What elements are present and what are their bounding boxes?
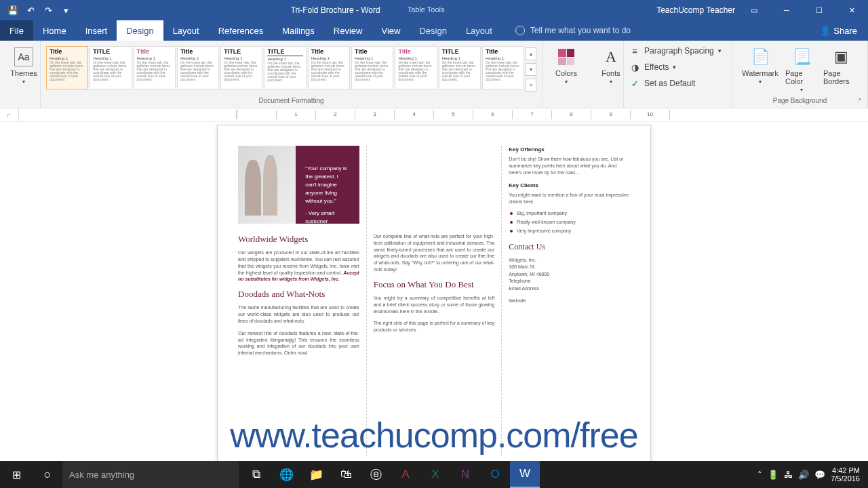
colors-wrap: Colors▾ bbox=[542, 41, 587, 108]
battery-icon[interactable]: 🔋 bbox=[768, 470, 778, 480]
themes-button[interactable]: Aa Themes ▾ bbox=[5, 43, 42, 85]
tab-view[interactable]: View bbox=[372, 20, 410, 41]
body-text: Our widgets are produced in our state-of… bbox=[238, 250, 359, 274]
style-set-item[interactable]: TitleHeading 1On the Insert tab, the gal… bbox=[308, 46, 350, 89]
close-button[interactable]: ✕ bbox=[838, 0, 865, 20]
volume-icon[interactable]: 🔊 bbox=[798, 470, 809, 480]
body-text: Don't be shy! Show them how fabulous you… bbox=[509, 156, 630, 176]
start-button[interactable]: ⊞ bbox=[0, 461, 33, 488]
tab-selector[interactable]: ⌐ bbox=[0, 108, 19, 121]
gallery-more[interactable]: ▿ bbox=[526, 79, 536, 92]
style-set-gallery[interactable]: TitleHeading 1On the Insert tab, the gal… bbox=[46, 43, 536, 96]
minimize-button[interactable]: ─ bbox=[773, 0, 800, 20]
set-default-button[interactable]: ✓Set as Default bbox=[629, 76, 726, 91]
share-label: Share bbox=[833, 26, 857, 36]
tell-me-placeholder: Tell me what you want to do bbox=[530, 26, 631, 35]
paragraph-spacing-button[interactable]: ≡Paragraph Spacing ▾ bbox=[629, 43, 726, 58]
ribbon-tabs: File Home Insert Design Layout Reference… bbox=[0, 20, 868, 41]
list-item: Really well-known company bbox=[509, 219, 630, 226]
tell-me-search[interactable]: Tell me what you want to do bbox=[502, 20, 809, 41]
file-explorer-icon[interactable]: 📁 bbox=[301, 461, 331, 488]
onenote-icon[interactable]: N bbox=[450, 461, 480, 488]
undo-button[interactable]: ↶ bbox=[23, 3, 38, 18]
gallery-down[interactable]: ▾ bbox=[526, 63, 536, 76]
collapse-ribbon-button[interactable]: ˄ bbox=[854, 98, 865, 106]
tab-review[interactable]: Review bbox=[324, 20, 372, 41]
qat-customize[interactable]: ▾ bbox=[58, 3, 73, 18]
brochure-panel-3: Key Offerings Don't be shy! Show them ho… bbox=[502, 146, 637, 456]
style-set-item[interactable]: TitleHeading 1On the Insert tab, the gal… bbox=[46, 46, 88, 89]
quote-attribution: - Very smart customer bbox=[305, 209, 350, 226]
ribbon-options-button[interactable]: ▭ bbox=[741, 0, 768, 20]
style-set-item[interactable]: TITLEHeading 1On the Insert tab, the gal… bbox=[90, 46, 132, 89]
fonts-label: Fonts bbox=[601, 69, 620, 77]
network-icon[interactable]: 🖧 bbox=[784, 470, 793, 480]
style-set-item[interactable]: TITLEHeading 1On the Insert tab, the gal… bbox=[264, 46, 306, 89]
redo-button[interactable]: ↷ bbox=[41, 3, 56, 18]
gallery-up[interactable]: ▴ bbox=[526, 47, 536, 60]
group-themes: Aa Themes ▾ bbox=[0, 41, 41, 108]
maximize-button[interactable]: ☐ bbox=[806, 0, 833, 20]
excel-icon[interactable]: X bbox=[420, 461, 450, 488]
colors-icon bbox=[555, 46, 577, 68]
action-center-icon[interactable]: 💬 bbox=[814, 470, 825, 480]
page-borders-icon: ▣ bbox=[830, 46, 852, 68]
taskbar-clock[interactable]: 4:42 PM7/5/2016 bbox=[831, 466, 864, 483]
effects-icon: ◑ bbox=[629, 62, 640, 73]
style-set-item[interactable]: TitleHeading 1On the Insert tab, the gal… bbox=[351, 46, 393, 89]
cortana-icon[interactable]: ○ bbox=[33, 468, 62, 482]
heading: Contact Us bbox=[509, 241, 630, 253]
style-set-item[interactable]: TITLEHeading 1On the Insert tab, the gal… bbox=[220, 46, 262, 89]
style-set-item[interactable]: TitleHeading 1On the Insert tab, the gal… bbox=[395, 46, 437, 89]
effects-button[interactable]: ◑Effects ▾ bbox=[629, 60, 726, 75]
tray-up-icon[interactable]: ˄ bbox=[757, 470, 762, 480]
tab-mailings[interactable]: Mailings bbox=[273, 20, 324, 41]
colors-button[interactable]: Colors▾ bbox=[548, 43, 585, 85]
page-borders-button[interactable]: ▣Page Borders bbox=[821, 43, 861, 93]
save-button[interactable]: 💾 bbox=[5, 3, 20, 18]
list-item: Very impressive company bbox=[509, 228, 630, 235]
brochure-photo bbox=[238, 146, 296, 224]
document-title: Tri-Fold Brochure - Word bbox=[291, 5, 380, 15]
watermark-button[interactable]: 📄Watermark▾ bbox=[738, 43, 783, 93]
taskbar-search[interactable]: Ask me anything bbox=[62, 461, 239, 488]
store-icon[interactable]: 🛍 bbox=[331, 461, 361, 488]
style-set-item[interactable]: TitleHeading 1On the Insert tab, the gal… bbox=[177, 46, 219, 89]
horizontal-ruler[interactable]: 12 345 678 910 bbox=[19, 108, 868, 121]
tab-table-design[interactable]: Design bbox=[410, 20, 456, 41]
page[interactable]: "Your company is the greatest. I can't i… bbox=[217, 125, 651, 461]
style-set-item[interactable]: TITLEHeading 1On the Insert tab, the gal… bbox=[439, 46, 481, 89]
page-color-button[interactable]: 📃Page Color▾ bbox=[783, 43, 821, 93]
outlook-icon[interactable]: O bbox=[480, 461, 510, 488]
body-text: The right side of this page is perfect f… bbox=[374, 320, 495, 333]
check-icon: ✓ bbox=[629, 78, 640, 89]
tab-insert[interactable]: Insert bbox=[76, 20, 117, 41]
edge-icon[interactable]: 🌐 bbox=[271, 461, 301, 488]
client-list: Big, important company Really well-known… bbox=[509, 210, 630, 234]
tab-home[interactable]: Home bbox=[33, 20, 76, 41]
access-icon[interactable]: A bbox=[391, 461, 420, 488]
share-button[interactable]: 👤 Share bbox=[809, 20, 868, 41]
style-set-item[interactable]: TitleHeading 1On the Insert tab, the gal… bbox=[482, 46, 524, 89]
group-label-docfmt: Document Formatting bbox=[46, 96, 536, 108]
style-set-item[interactable]: TitleHeading 1On the Insert tab, the gal… bbox=[134, 46, 176, 89]
heading: Doodads and What-Nots bbox=[238, 288, 359, 300]
tab-layout[interactable]: Layout bbox=[163, 20, 209, 41]
ie-icon[interactable]: ⓔ bbox=[361, 461, 391, 488]
tab-table-layout[interactable]: Layout bbox=[456, 20, 502, 41]
group-label-pagebg: Page Background bbox=[738, 96, 862, 108]
user-name: TeachUcomp Teacher bbox=[656, 5, 735, 15]
task-view-icon[interactable]: ⧉ bbox=[241, 461, 271, 488]
tab-file[interactable]: File bbox=[0, 20, 33, 41]
tab-design[interactable]: Design bbox=[117, 20, 163, 41]
system-tray: ˄ 🔋 🖧 🔊 💬 4:42 PM7/5/2016 bbox=[753, 466, 868, 483]
body-text: Our newest line of doodads features a ne… bbox=[238, 330, 359, 357]
group-document-formatting: TitleHeading 1On the Insert tab, the gal… bbox=[41, 41, 542, 108]
taskbar-apps: ⧉ 🌐 📁 🛍 ⓔ A X N O W bbox=[241, 461, 540, 488]
document-area[interactable]: "Your company is the greatest. I can't i… bbox=[0, 122, 868, 461]
tab-references[interactable]: References bbox=[209, 20, 273, 41]
word-icon[interactable]: W bbox=[510, 461, 540, 488]
body-text: Our complete line of what-nots are perfe… bbox=[374, 233, 495, 273]
body-text: The same manufacturing facilities that a… bbox=[238, 304, 359, 324]
format-cmds: ≡Paragraph Spacing ▾ ◑Effects ▾ ✓Set as … bbox=[624, 41, 732, 108]
